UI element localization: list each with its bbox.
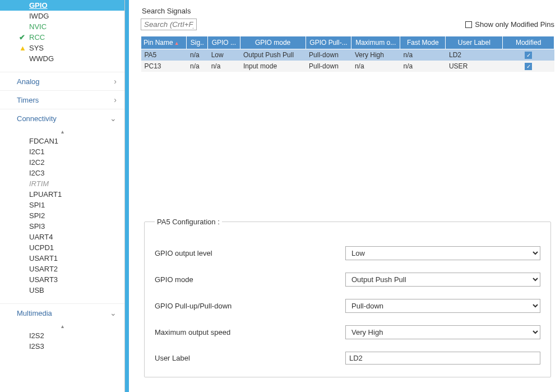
search-input[interactable]	[141, 19, 197, 30]
cell-modified[interactable]: ✓	[503, 61, 554, 72]
sidebar-item-spi3[interactable]: SPI3	[0, 221, 124, 232]
col-gpio-mode[interactable]: GPIO mode	[240, 36, 306, 49]
label-gpio-mode: GPIO mode	[155, 275, 345, 284]
sidebar-item-label: I2C1	[29, 147, 44, 156]
sidebar-item-label: NVIC	[29, 22, 47, 31]
sidebar-item-i2c3[interactable]: I2C3	[0, 168, 124, 178]
sidebar-item-label: RCC	[29, 33, 45, 41]
col-pin-name[interactable]: Pin Name▲	[141, 36, 187, 49]
cell-fast: n/a	[400, 49, 446, 61]
sidebar-item-usart2[interactable]: USART2	[0, 264, 124, 274]
category-label: Multimedia	[17, 309, 52, 317]
pin-configuration-panel: PA5 Configuration : GPIO output level Lo…	[144, 218, 551, 377]
sidebar-item-label: USART3	[29, 275, 58, 284]
sidebar-item-fdcan1[interactable]: FDCAN1	[0, 136, 124, 146]
chevron-down-icon: ⌄	[110, 308, 117, 317]
content-area: Search Signals Show only Modified Pins P…	[133, 0, 560, 392]
col-user-label[interactable]: User Label	[446, 36, 503, 49]
sidebar-item-usb[interactable]: USB	[0, 285, 124, 296]
sidebar-item-label: I2S2	[29, 331, 44, 340]
sidebar-item-rcc[interactable]: ✔ RCC	[0, 32, 124, 43]
sidebar-item-label: WWDG	[29, 54, 54, 63]
checked-icon: ✓	[525, 63, 532, 70]
cell-pull: Pull-down	[306, 49, 351, 61]
sidebar-item-usart1[interactable]: USART1	[0, 253, 124, 264]
label-pull: GPIO Pull-up/Pull-down	[155, 302, 345, 310]
col-gpio-level[interactable]: GPIO ...	[208, 36, 240, 49]
sidebar-item-spi1[interactable]: SPI1	[0, 200, 124, 210]
check-icon: ✔	[19, 33, 25, 41]
col-fast-mode[interactable]: Fast Mode	[400, 36, 446, 49]
select-pull[interactable]: Pull-down	[345, 299, 540, 313]
sidebar-item-label: USART1	[29, 254, 58, 262]
category-multimedia[interactable]: Multimedia ⌄	[0, 303, 124, 322]
gpio-table: Pin Name▲ Sig.. GPIO ... GPIO mode GPIO …	[141, 36, 554, 72]
input-user-label[interactable]	[345, 352, 540, 365]
scroll-up-handle[interactable]: ▴	[0, 127, 124, 136]
sidebar-item-label: USART2	[29, 265, 58, 273]
label-speed: Maximum output speed	[155, 328, 345, 336]
sidebar-item-uart4[interactable]: UART4	[0, 232, 124, 242]
sidebar-item-i2s2[interactable]: I2S2	[0, 330, 124, 341]
category-connectivity[interactable]: Connectivity ⌄	[0, 109, 124, 127]
chevron-right-icon: ›	[114, 95, 117, 104]
show-only-modified-checkbox[interactable]: Show only Modified Pins	[465, 20, 554, 29]
label-user-label: User Label	[155, 354, 345, 362]
sidebar-item-i2c2[interactable]: I2C2	[0, 157, 124, 168]
sidebar-item-i2s3[interactable]: I2S3	[0, 341, 124, 352]
col-max-speed[interactable]: Maximum o...	[351, 36, 400, 49]
chevron-down-icon: ⌄	[110, 114, 117, 123]
sidebar-item-gpio[interactable]: GPIO	[0, 0, 124, 11]
cell-sig: n/a	[187, 61, 208, 72]
cell-fast: n/a	[400, 61, 446, 72]
sidebar-item-label: SPI2	[29, 211, 45, 220]
table-row[interactable]: PC13 n/a n/a Input mode Pull-down n/a n/…	[141, 61, 554, 72]
sidebar-item-label: IWDG	[29, 12, 49, 20]
sidebar-item-iwdg[interactable]: IWDG	[0, 11, 124, 21]
sidebar-item-nvic[interactable]: NVIC	[0, 21, 124, 32]
sidebar-item-lpuart1[interactable]: LPUART1	[0, 189, 124, 200]
sidebar-item-spi2[interactable]: SPI2	[0, 210, 124, 221]
config-legend: PA5 Configuration :	[155, 218, 222, 226]
cell-label: LD2	[446, 49, 503, 61]
cell-level: Low	[208, 49, 240, 61]
search-signals-label: Search Signals	[142, 7, 554, 15]
sidebar-item-usart3[interactable]: USART3	[0, 274, 124, 285]
sidebar-item-label: FDCAN1	[29, 137, 58, 145]
sidebar-item-irtim[interactable]: IRTIM	[0, 178, 124, 189]
col-modified[interactable]: Modified	[503, 36, 554, 49]
select-speed[interactable]: Very High	[345, 325, 540, 339]
category-analog[interactable]: Analog ›	[0, 72, 124, 90]
cell-mode: Input mode	[240, 61, 306, 72]
sidebar-item-label: GPIO	[29, 1, 48, 10]
sidebar-item-wwdg[interactable]: WWDG	[0, 53, 124, 64]
sidebar-item-label: IRTIM	[29, 179, 49, 188]
sidebar-item-label: I2C2	[29, 158, 44, 167]
label-output-level: GPIO output level	[155, 249, 345, 257]
category-timers[interactable]: Timers ›	[0, 90, 124, 109]
cell-mode: Output Push Pull	[240, 49, 306, 61]
cell-modified[interactable]: ✓	[503, 49, 554, 61]
select-output-level[interactable]: Low	[345, 246, 540, 260]
category-label: Connectivity	[17, 114, 57, 123]
sidebar-item-ucpd1[interactable]: UCPD1	[0, 242, 124, 253]
scrollbar-handle[interactable]	[125, 0, 129, 392]
cell-speed: n/a	[351, 61, 400, 72]
sidebar-item-label: SPI1	[29, 201, 45, 209]
sidebar-item-sys[interactable]: ▲ SYS	[0, 43, 124, 53]
select-gpio-mode[interactable]: Output Push Pull	[345, 273, 540, 287]
chevron-right-icon: ›	[114, 77, 117, 86]
cell-speed: Very High	[351, 49, 400, 61]
sidebar-item-label: I2S3	[29, 342, 44, 351]
table-row[interactable]: PA5 n/a Low Output Push Pull Pull-down V…	[141, 49, 554, 61]
col-gpio-pull[interactable]: GPIO Pull-...	[306, 36, 351, 49]
col-signal[interactable]: Sig..	[187, 36, 208, 49]
sidebar-item-label: SYS	[29, 44, 44, 52]
scroll-up-handle[interactable]: ▴	[0, 322, 124, 330]
sidebar-item-i2c1[interactable]: I2C1	[0, 146, 124, 157]
sidebar-item-label: I2C3	[29, 169, 44, 177]
sidebar: GPIO IWDG NVIC ✔ RCC ▲ SYS WWDG Analog ›…	[0, 0, 125, 392]
checked-icon: ✓	[525, 52, 532, 59]
checkbox-label: Show only Modified Pins	[475, 20, 554, 29]
cell-label: USER	[446, 61, 503, 72]
